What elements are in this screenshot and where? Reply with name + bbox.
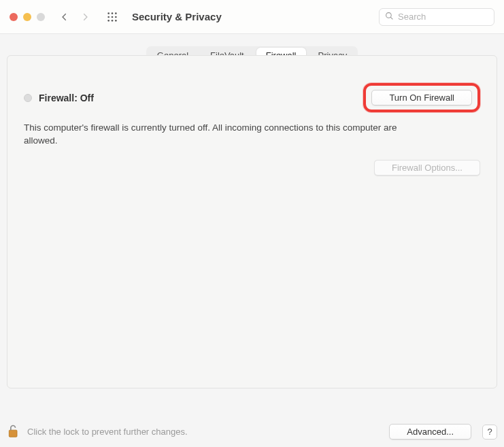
lock-hint-text: Click the lock to prevent further change… [27, 427, 382, 437]
svg-point-2 [115, 12, 117, 14]
firewall-status-label: Firewall: Off [39, 93, 94, 103]
svg-point-3 [107, 16, 110, 18]
close-window-button[interactable] [10, 13, 18, 21]
advanced-button[interactable]: Advanced... [389, 424, 471, 440]
content-area: General FileVault Firewall Privacy Firew… [0, 46, 504, 388]
firewall-description: This computer's firewall is currently tu… [24, 122, 405, 148]
svg-point-5 [115, 16, 117, 18]
pane-title: Security & Privacy [132, 11, 222, 22]
search-input[interactable] [398, 12, 488, 22]
footer-bar: Click the lock to prevent further change… [7, 423, 497, 440]
search-icon [385, 12, 398, 22]
svg-line-10 [390, 17, 392, 19]
back-button[interactable] [57, 10, 72, 24]
annotation-highlight: Turn On Firewall [363, 83, 480, 112]
svg-point-0 [107, 12, 110, 14]
svg-point-4 [112, 16, 114, 18]
svg-point-1 [112, 12, 114, 14]
svg-rect-11 [9, 430, 17, 437]
zoom-window-button[interactable] [37, 13, 45, 21]
window-controls [10, 13, 45, 21]
lock-icon[interactable] [7, 423, 20, 440]
toolbar: Security & Privacy [0, 0, 504, 34]
turn-on-firewall-button[interactable]: Turn On Firewall [371, 90, 472, 105]
show-all-button[interactable] [105, 10, 120, 24]
firewall-options-button[interactable]: Firewall Options... [374, 160, 480, 176]
svg-point-7 [112, 20, 114, 22]
firewall-pane: Firewall: Off Turn On Firewall This comp… [7, 55, 497, 388]
search-field-wrap[interactable] [379, 8, 494, 26]
forward-button[interactable] [78, 10, 93, 24]
svg-point-6 [107, 20, 110, 22]
help-button[interactable]: ? [482, 425, 497, 440]
svg-point-8 [115, 20, 117, 22]
minimize-window-button[interactable] [23, 13, 31, 21]
svg-point-9 [386, 12, 392, 18]
firewall-status-indicator-icon [24, 94, 32, 102]
